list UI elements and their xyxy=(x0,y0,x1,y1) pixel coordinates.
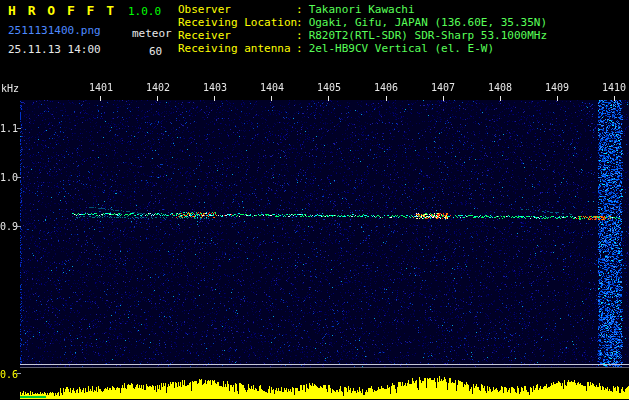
info-separator: : xyxy=(296,29,303,42)
info-value: 2el-HB9CV Vertical (el. E-W) xyxy=(309,42,494,55)
x-tick-label: 1401 xyxy=(86,82,116,93)
x-tick-label: 1410 xyxy=(599,82,629,93)
info-row-observer: Observer:Takanori Kawachi xyxy=(178,3,547,16)
y-tick-label: 0.9 xyxy=(0,221,17,232)
x-tick-label: 1405 xyxy=(314,82,344,93)
y-tick-label: 1.0 xyxy=(0,172,17,183)
x-tick-label: 1402 xyxy=(143,82,173,93)
spectrogram-canvas xyxy=(0,75,629,400)
y-tick-label: 0.6 xyxy=(0,369,17,380)
app-title: H R O F F T xyxy=(8,3,116,18)
info-label: Observer xyxy=(178,3,296,16)
info-row-antenna: Receiving antenna:2el-HB9CV Vertical (el… xyxy=(178,42,547,55)
info-value: R820T2(RTL-SDR) SDR-Sharp 53.1000MHz xyxy=(309,29,547,42)
y-axis-unit-label: kHz xyxy=(1,83,19,94)
mode-label: meteor xyxy=(132,27,172,40)
info-row-receiver: Receiver:R820T2(RTL-SDR) SDR-Sharp 53.10… xyxy=(178,29,547,42)
info-value: Ogaki, Gifu, JAPAN (136.60E, 35.35N) xyxy=(309,16,547,29)
x-tick-label: 1403 xyxy=(200,82,230,93)
info-label: Receiver xyxy=(178,29,296,42)
x-tick-label: 1407 xyxy=(428,82,458,93)
info-row-location: Receiving Location:Ogaki, Gifu, JAPAN (1… xyxy=(178,16,547,29)
datetime-label: 25.11.13 14:00 xyxy=(8,43,101,56)
y-tick-label: 1.1 xyxy=(0,123,17,134)
x-tick-label: 1408 xyxy=(485,82,515,93)
info-separator: : xyxy=(296,42,303,55)
station-info: Observer:Takanori Kawachi Receiving Loca… xyxy=(178,3,547,55)
info-label: Receiving Location xyxy=(178,16,296,29)
hrofft-output: H R O F F T 1.0.0 2511131400.png meteor … xyxy=(0,0,629,400)
x-tick-label: 1404 xyxy=(257,82,287,93)
time-axis: 1401 1402 1403 1404 1405 1406 1407 1408 … xyxy=(86,82,629,93)
info-separator: : xyxy=(296,16,303,29)
x-tick-label: 1409 xyxy=(542,82,572,93)
info-label: Receiving antenna xyxy=(178,42,296,55)
x-tick-label: 1406 xyxy=(371,82,401,93)
app-version: 1.0.0 xyxy=(128,5,161,18)
duration-label: 60 xyxy=(149,45,162,58)
info-separator: : xyxy=(296,3,303,16)
info-value: Takanori Kawachi xyxy=(309,3,415,16)
output-filename: 2511131400.png xyxy=(8,24,101,37)
